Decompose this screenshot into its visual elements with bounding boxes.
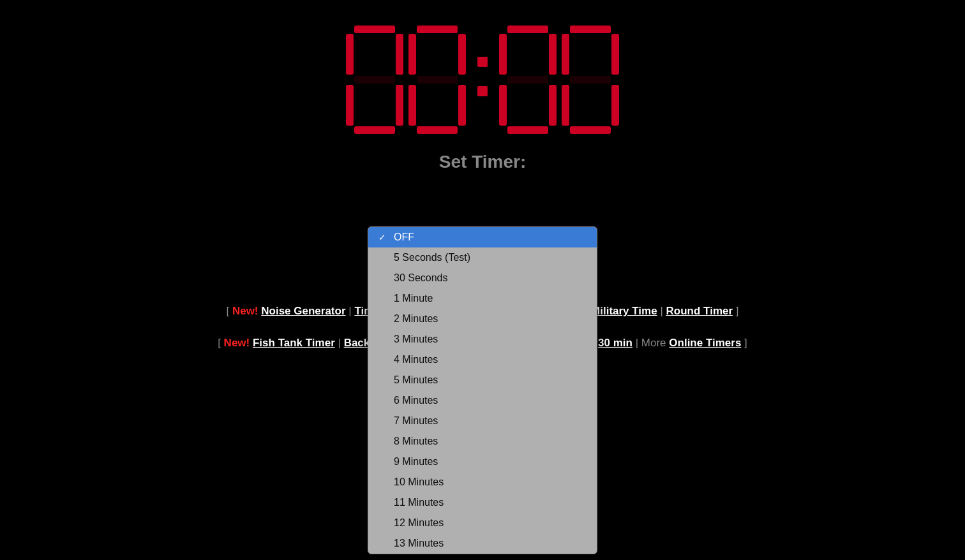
seg-bot-4 (570, 126, 611, 134)
dropdown-option-12min-label: 12 Minutes (394, 517, 444, 529)
colon-dot-top (477, 57, 488, 67)
seg-top-4 (570, 26, 611, 33)
dropdown-option-11min[interactable]: 11 Minutes (368, 492, 597, 513)
seg-tr-1 (396, 34, 403, 75)
seg-bl-3 (499, 85, 507, 126)
dropdown-option-9min-label: 9 Minutes (394, 456, 438, 468)
dropdown-option-1min[interactable]: 1 Minute (368, 288, 597, 309)
digit-3 (499, 26, 557, 134)
nav-online-timers[interactable]: Online Timers (669, 337, 741, 349)
seg-br-2 (458, 85, 466, 126)
dropdown-option-6min-label: 6 Minutes (394, 395, 438, 406)
seg-br-1 (396, 85, 403, 126)
seg-bot-3 (507, 126, 548, 134)
seg-tr-4 (611, 34, 619, 75)
colon-separator (466, 57, 499, 96)
dropdown-option-7min[interactable]: 7 Minutes (368, 411, 597, 431)
seg-tr-2 (458, 34, 466, 75)
seg-tl-1 (346, 34, 354, 75)
digit-group-1 (346, 26, 466, 134)
dropdown-option-3min[interactable]: 3 Minutes (368, 329, 597, 350)
dropdown-option-8min[interactable]: 8 Minutes (368, 431, 597, 452)
dropdown-option-2min-label: 2 Minutes (394, 313, 438, 325)
dropdown-option-9min[interactable]: 9 Minutes (368, 452, 597, 472)
seg-bl-4 (562, 85, 569, 126)
seg-mid-4 (570, 76, 611, 84)
dropdown-option-5min[interactable]: 5 Minutes (368, 370, 597, 390)
dropdown-option-13min-label: 13 Minutes (394, 538, 444, 549)
new-label-2: New! (224, 337, 250, 349)
set-timer-label: Set Timer: (0, 152, 965, 172)
nav-30min[interactable]: 30 min (598, 337, 632, 349)
dropdown-option-11min-label: 11 Minutes (394, 497, 444, 508)
dropdown-option-10min-label: 10 Minutes (394, 476, 444, 488)
digit-4 (562, 26, 619, 134)
digit-1 (346, 26, 403, 134)
clock-display (0, 0, 965, 134)
checkmark-icon: ✓ (378, 232, 389, 242)
colon-dot-bottom (477, 86, 488, 96)
dropdown-option-1min-label: 1 Minute (394, 293, 433, 304)
seg-top-1 (354, 26, 395, 33)
seg-bl-2 (408, 85, 416, 126)
seg-tl-2 (408, 34, 416, 75)
dropdown-option-2min[interactable]: 2 Minutes (368, 309, 597, 329)
seg-mid-1 (354, 76, 395, 84)
dropdown-option-13min[interactable]: 13 Minutes (368, 533, 597, 554)
dropdown-option-7min-label: 7 Minutes (394, 415, 438, 427)
seg-top-2 (417, 26, 458, 33)
dropdown-option-3min-label: 3 Minutes (394, 334, 438, 345)
seg-mid-2 (417, 76, 458, 84)
dropdown-option-10min[interactable]: 10 Minutes (368, 472, 597, 492)
dropdown-option-4min[interactable]: 4 Minutes (368, 350, 597, 370)
seg-top-3 (507, 26, 548, 33)
seg-br-4 (611, 85, 619, 126)
nav-fish-tank-timer[interactable]: Fish Tank Timer (253, 337, 335, 349)
seg-mid-3 (507, 76, 548, 84)
seg-tl-3 (499, 34, 507, 75)
dropdown-option-5min-label: 5 Minutes (394, 374, 438, 386)
seg-bot-1 (354, 126, 395, 134)
seg-bl-1 (346, 85, 354, 126)
nav-round-timer[interactable]: Round Timer (666, 305, 733, 317)
dropdown-option-5sec[interactable]: 5 Seconds (Test) (368, 247, 597, 268)
dropdown-option-30sec-label: 30 Seconds (394, 272, 448, 284)
seg-bot-2 (417, 126, 458, 134)
digit-group-2 (499, 26, 619, 134)
nav-more-text: More (641, 337, 666, 349)
seg-tl-4 (562, 34, 569, 75)
new-label-1: New! (232, 305, 258, 317)
dropdown-option-off[interactable]: ✓ OFF (368, 227, 597, 247)
nav-noise-generator[interactable]: Noise Generator (261, 305, 345, 317)
dropdown-option-8min-label: 8 Minutes (394, 436, 438, 447)
dropdown-option-4min-label: 4 Minutes (394, 354, 438, 365)
dropdown-option-off-label: OFF (394, 232, 414, 243)
dropdown-option-5sec-label: 5 Seconds (Test) (394, 252, 470, 263)
digit-2 (408, 26, 466, 134)
nav-military-time[interactable]: Military Time (591, 305, 657, 317)
dropdown-option-12min[interactable]: 12 Minutes (368, 513, 597, 533)
timer-dropdown[interactable]: ✓ OFF 5 Seconds (Test) 30 Seconds 1 Minu… (368, 226, 597, 554)
dropdown-option-30sec[interactable]: 30 Seconds (368, 268, 597, 288)
seg-tr-3 (549, 34, 557, 75)
seg-br-3 (549, 85, 557, 126)
dropdown-option-6min[interactable]: 6 Minutes (368, 390, 597, 411)
